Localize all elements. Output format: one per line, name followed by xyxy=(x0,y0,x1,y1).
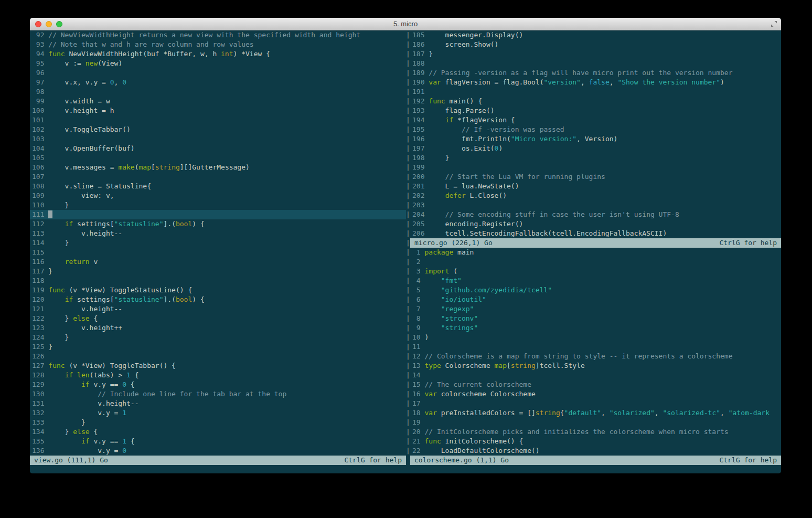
code-line[interactable]: 105 xyxy=(32,153,406,163)
code-line[interactable]: 12 // Colorscheme is a map from string t… xyxy=(412,352,781,361)
code-line[interactable]: 186 screen.Show() xyxy=(412,40,781,49)
code-line[interactable]: 102 v.ToggleTabbar() xyxy=(32,125,406,134)
code-line[interactable]: 8 "strconv" xyxy=(412,314,781,323)
code-line[interactable]: 10 ) xyxy=(412,333,781,342)
code-area-micro-go[interactable]: 185 messenger.Display()186 screen.Show()… xyxy=(410,30,781,238)
code-line[interactable]: 126 xyxy=(32,352,406,361)
code-line[interactable]: 7 "regexp" xyxy=(412,304,781,314)
code-line[interactable]: 119 func (v *View) ToggleStatusLine() { xyxy=(32,286,406,295)
code-line[interactable]: 19 xyxy=(412,418,781,427)
code-line[interactable]: 21 func InitColorscheme() { xyxy=(412,437,781,446)
minimize-button[interactable] xyxy=(46,21,52,27)
code-line[interactable]: 9 "strings" xyxy=(412,323,781,333)
code-line[interactable]: 188 xyxy=(412,59,781,68)
code-line[interactable]: 14 xyxy=(412,371,781,380)
code-line[interactable]: 123 v.height++ xyxy=(32,323,406,333)
code-line[interactable]: 3 import ( xyxy=(412,267,781,276)
code-line[interactable]: 110 } xyxy=(32,200,406,210)
code-line[interactable]: 129 if v.y == 0 { xyxy=(32,380,406,389)
code-line[interactable]: 113 v.height-- xyxy=(32,229,406,238)
code-line[interactable]: 97 v.x, v.y = 0, 0 xyxy=(32,78,406,87)
code-line[interactable]: 127 func (v *View) ToggleTabbar() { xyxy=(32,361,406,371)
code-line[interactable]: 120 if settings["statusline"].(bool) { xyxy=(32,295,406,304)
code-line[interactable]: 109 view: v, xyxy=(32,191,406,200)
code-line[interactable]: 100 v.height = h xyxy=(32,106,406,115)
code-line[interactable]: 203 xyxy=(412,200,781,210)
resize-icon[interactable] xyxy=(771,20,777,27)
code-line[interactable]: 117 } xyxy=(32,267,406,276)
code-token: } xyxy=(429,154,449,162)
code-line[interactable]: 93 // Note that w and h are raw column a… xyxy=(32,40,406,49)
code-area-view-go[interactable]: 92 // NewViewWidthHeight returns a new v… xyxy=(30,30,406,456)
code-line[interactable]: 114 } xyxy=(32,238,406,248)
code-line[interactable]: 116 return v xyxy=(32,257,406,267)
code-line[interactable]: 92 // NewViewWidthHeight returns a new v… xyxy=(32,30,406,40)
code-line[interactable]: 136 v.y = 0 xyxy=(32,446,406,456)
code-line[interactable]: 103 xyxy=(32,134,406,144)
code-line[interactable]: 133 } xyxy=(32,418,406,427)
code-line[interactable]: 202 defer L.Close() xyxy=(412,191,781,200)
code-line[interactable]: 104 v.OpenBuffer(buf) xyxy=(32,144,406,153)
code-line[interactable]: 205 encoding.Register() xyxy=(412,219,781,229)
code-line[interactable]: 11 xyxy=(412,342,781,352)
code-line[interactable]: 206 tcell.SetEncodingFallback(tcell.Enco… xyxy=(412,229,781,238)
code-line[interactable]: 185 messenger.Display() xyxy=(412,30,781,40)
code-line[interactable]: 131 v.height-- xyxy=(32,399,406,408)
close-button[interactable] xyxy=(35,21,41,27)
code-line[interactable]: 95 v := new(View) xyxy=(32,59,406,68)
code-line[interactable]: 17 xyxy=(412,399,781,408)
code-line[interactable]: 18 var preInstalledColors = []string{"de… xyxy=(412,408,781,418)
code-line[interactable]: 101 xyxy=(32,115,406,125)
code-line[interactable]: 134 } else { xyxy=(32,427,406,437)
code-line[interactable]: 112 if settings["statusline"].(bool) { xyxy=(32,219,406,229)
code-line[interactable]: 4 "fmt" xyxy=(412,276,781,286)
code-line[interactable]: 2 xyxy=(412,257,781,267)
code-line[interactable]: 106 v.messages = make(map[string][]Gutte… xyxy=(32,163,406,172)
code-line[interactable]: 118 xyxy=(32,276,406,286)
code-line[interactable]: 200 // Start the Lua VM for running plug… xyxy=(412,172,781,182)
code-line[interactable]: 122 } else { xyxy=(32,314,406,323)
code-line[interactable]: 1 package main xyxy=(412,248,781,257)
zoom-button[interactable] xyxy=(56,21,62,27)
code-line[interactable]: 125 } xyxy=(32,342,406,352)
code-line[interactable]: 22 LoadDefaultColorscheme() xyxy=(412,446,781,456)
code-line[interactable]: 115 xyxy=(32,248,406,257)
code-area-colorscheme-go[interactable]: 1 package main 2 3 import ( 4 "fmt" 5 "g… xyxy=(410,248,781,456)
code-line[interactable]: 132 v.y = 1 xyxy=(32,408,406,418)
code-line[interactable]: 197 os.Exit(0) xyxy=(412,144,781,153)
code-line[interactable]: 16 var colorscheme Colorscheme xyxy=(412,389,781,399)
code-line[interactable]: 121 v.height-- xyxy=(32,304,406,314)
code-line[interactable]: 193 flag.Parse() xyxy=(412,106,781,115)
line-number: 197 xyxy=(412,144,429,152)
code-line[interactable]: 196 fmt.Println("Micro version:", Versio… xyxy=(412,134,781,144)
code-line[interactable]: 130 // Include one line for the tab bar … xyxy=(32,389,406,399)
code-line[interactable]: 199 xyxy=(412,163,781,172)
code-line[interactable]: 107 xyxy=(32,172,406,182)
code-line[interactable]: 98 xyxy=(32,87,406,97)
code-line[interactable]: 5 "github.com/zyedidia/tcell" xyxy=(412,286,781,295)
code-line[interactable]: 108 v.sline = Statusline{ xyxy=(32,182,406,191)
code-line[interactable]: 13 type Colorscheme map[string]tcell.Sty… xyxy=(412,361,781,371)
code-line[interactable]: 195 // If -version was passed xyxy=(412,125,781,134)
titlebar[interactable]: 5. micro xyxy=(30,18,781,30)
code-line[interactable]: 192 func main() { xyxy=(412,97,781,106)
code-line[interactable]: 194 if *flagVersion { xyxy=(412,115,781,125)
code-line[interactable]: 15 // The current colorscheme xyxy=(412,380,781,389)
line-number: 185 xyxy=(412,31,429,39)
code-line[interactable]: 124 } xyxy=(32,333,406,342)
code-line[interactable]: 128 if len(tabs) > 1 { xyxy=(32,371,406,380)
code-line[interactable]: 198 } xyxy=(412,153,781,163)
code-line[interactable]: 135 if v.y == 1 { xyxy=(32,437,406,446)
code-line[interactable]: 111 xyxy=(30,210,406,219)
code-line[interactable]: 20 // InitColorscheme picks and initiali… xyxy=(412,427,781,437)
code-line[interactable]: 187 } xyxy=(412,49,781,59)
code-line[interactable]: 6 "io/ioutil" xyxy=(412,295,781,304)
code-line[interactable]: 204 // Some encoding stuff in case the u… xyxy=(412,210,781,219)
code-line[interactable]: 94 func NewViewWidthHeight(buf *Buffer, … xyxy=(32,49,406,59)
code-line[interactable]: 191 xyxy=(412,87,781,97)
code-line[interactable]: 99 v.width = w xyxy=(32,97,406,106)
code-line[interactable]: 96 xyxy=(32,68,406,78)
code-line[interactable]: 189 // Passing -version as a flag will h… xyxy=(412,68,781,78)
code-line[interactable]: 190 var flagVersion = flag.Bool("version… xyxy=(412,78,781,87)
code-line[interactable]: 201 L = lua.NewState() xyxy=(412,182,781,191)
